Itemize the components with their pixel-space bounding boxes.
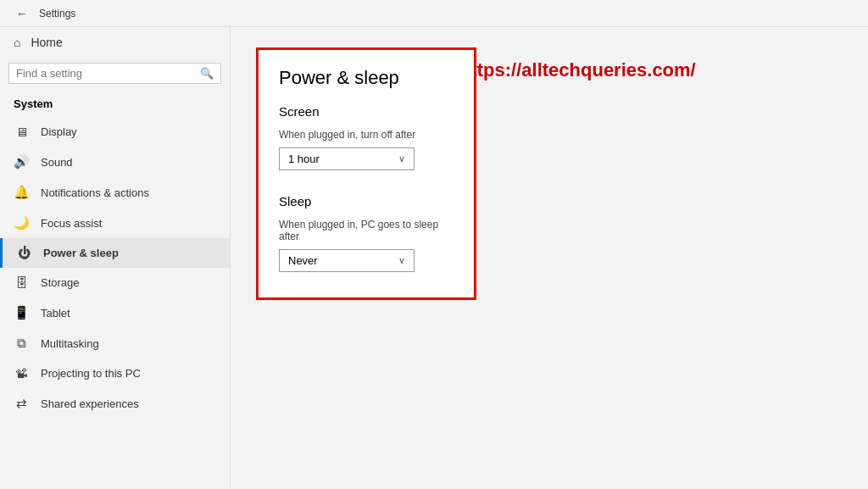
projecting-icon: 📽 bbox=[14, 366, 29, 381]
sidebar-item-notifications[interactable]: 🔔 Notifications & actions bbox=[0, 177, 230, 208]
window-title: Settings bbox=[39, 8, 75, 19]
sidebar: ⌂ Home 🔍 System 🖥 Display 🔊 Sound 🔔 Noti… bbox=[0, 27, 231, 489]
content-area: https://alltechqueries.com/ Power & slee… bbox=[231, 27, 868, 489]
storage-icon: 🗄 bbox=[14, 275, 29, 290]
focus-label: Focus assist bbox=[41, 217, 102, 230]
tablet-icon: 📱 bbox=[14, 305, 29, 320]
sidebar-item-focus[interactable]: 🌙 Focus assist bbox=[0, 208, 230, 238]
tablet-label: Tablet bbox=[41, 307, 70, 320]
shared-icon: ⇄ bbox=[14, 396, 29, 411]
home-icon: ⌂ bbox=[14, 36, 20, 49]
power-icon: ⏻ bbox=[16, 246, 31, 260]
sidebar-item-storage[interactable]: 🗄 Storage bbox=[0, 268, 230, 297]
sleep-section: Sleep When plugged in, PC goes to sleep … bbox=[279, 194, 453, 272]
projecting-label: Projecting to this PC bbox=[41, 367, 141, 380]
notifications-label: Notifications & actions bbox=[41, 186, 149, 199]
sidebar-item-shared[interactable]: ⇄ Shared experiences bbox=[0, 388, 230, 419]
main-container: ⌂ Home 🔍 System 🖥 Display 🔊 Sound 🔔 Noti… bbox=[0, 27, 868, 489]
screen-heading: Screen bbox=[279, 104, 453, 119]
search-box[interactable]: 🔍 bbox=[8, 63, 221, 84]
sleep-label: When plugged in, PC goes to sleep after bbox=[279, 219, 453, 242]
power-label: Power & sleep bbox=[43, 247, 119, 259]
sidebar-item-projecting[interactable]: 📽 Projecting to this PC bbox=[0, 358, 230, 388]
notifications-icon: 🔔 bbox=[14, 185, 29, 200]
panel-title: Power & sleep bbox=[279, 67, 453, 89]
back-button[interactable]: ← bbox=[10, 2, 34, 25]
sidebar-item-tablet[interactable]: 📱 Tablet bbox=[0, 297, 230, 328]
display-icon: 🖥 bbox=[14, 125, 29, 139]
sleep-dropdown-value: Never bbox=[288, 254, 318, 267]
screen-dropdown-value: 1 hour bbox=[288, 153, 320, 165]
focus-icon: 🌙 bbox=[14, 215, 29, 231]
sound-label: Sound bbox=[41, 156, 73, 169]
sleep-heading: Sleep bbox=[279, 194, 453, 208]
home-label: Home bbox=[31, 36, 62, 49]
sidebar-section-label: System bbox=[0, 92, 230, 117]
screen-section: Screen When plugged in, turn off after 1… bbox=[279, 104, 453, 170]
screen-dropdown-chevron: ∨ bbox=[398, 153, 405, 164]
multitasking-icon: ⧉ bbox=[14, 336, 29, 351]
screen-label: When plugged in, turn off after bbox=[279, 129, 453, 141]
sidebar-item-multitasking[interactable]: ⧉ Multitasking bbox=[0, 328, 230, 358]
display-label: Display bbox=[41, 125, 77, 138]
sidebar-item-power[interactable]: ⏻ Power & sleep bbox=[0, 238, 230, 268]
multitasking-label: Multitasking bbox=[41, 337, 99, 350]
sidebar-item-display[interactable]: 🖥 Display bbox=[0, 117, 230, 147]
sound-icon: 🔊 bbox=[14, 154, 29, 169]
watermark-text: https://alltechqueries.com/ bbox=[459, 59, 696, 81]
screen-dropdown[interactable]: 1 hour ∨ bbox=[279, 147, 415, 170]
search-input[interactable] bbox=[16, 67, 195, 80]
power-sleep-panel: Power & sleep Screen When plugged in, tu… bbox=[256, 47, 476, 300]
search-icon: 🔍 bbox=[200, 67, 214, 80]
sidebar-item-sound[interactable]: 🔊 Sound bbox=[0, 147, 230, 177]
sidebar-item-home[interactable]: ⌂ Home bbox=[0, 27, 230, 58]
sleep-dropdown-chevron: ∨ bbox=[398, 255, 405, 266]
storage-label: Storage bbox=[41, 276, 80, 289]
title-bar: ← Settings bbox=[0, 0, 868, 27]
sleep-dropdown[interactable]: Never ∨ bbox=[279, 249, 415, 272]
shared-label: Shared experiences bbox=[41, 397, 139, 410]
